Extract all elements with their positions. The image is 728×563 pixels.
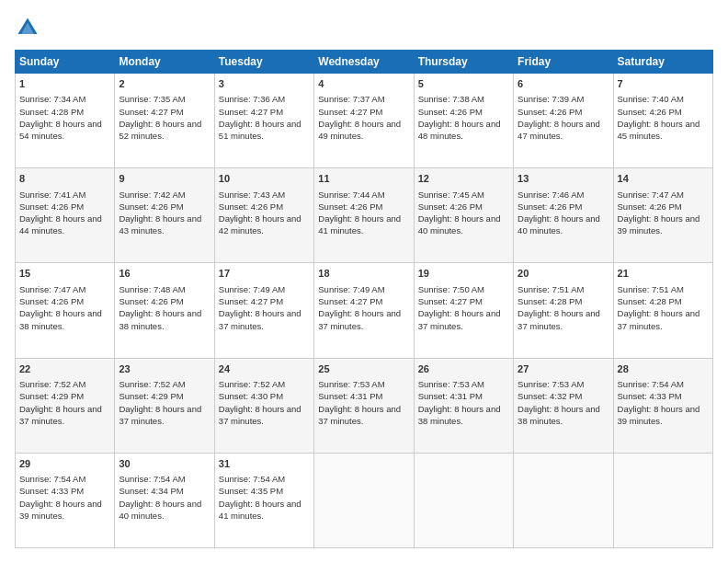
day-number: 25 <box>318 362 409 376</box>
day-number: 18 <box>318 267 409 281</box>
calendar-cell: 21 Sunrise: 7:51 AM Sunset: 4:28 PM Dayl… <box>613 263 712 358</box>
sunrise-label: Sunrise: 7:53 AM <box>518 379 584 389</box>
sunset-label: Sunset: 4:28 PM <box>518 296 582 306</box>
calendar-cell: 22 Sunrise: 7:52 AM Sunset: 4:29 PM Dayl… <box>16 358 115 453</box>
daylight-label: Daylight: 8 hours and 41 minutes. <box>318 213 401 236</box>
sunrise-label: Sunrise: 7:51 AM <box>618 284 684 294</box>
sunset-label: Sunset: 4:31 PM <box>418 391 483 401</box>
day-header-saturday: Saturday <box>613 51 712 74</box>
day-number: 3 <box>219 77 310 91</box>
calendar-cell <box>514 453 613 547</box>
calendar-cell: 20 Sunrise: 7:51 AM Sunset: 4:28 PM Dayl… <box>514 263 613 358</box>
day-number: 9 <box>119 172 210 186</box>
sunset-label: Sunset: 4:26 PM <box>219 201 283 212</box>
sunrise-label: Sunrise: 7:48 AM <box>119 284 185 294</box>
day-header-monday: Monday <box>115 51 214 74</box>
day-number: 14 <box>618 172 709 186</box>
sunset-label: Sunset: 4:35 PM <box>219 486 283 496</box>
sunrise-label: Sunrise: 7:51 AM <box>518 284 584 294</box>
day-number: 6 <box>518 77 609 91</box>
day-number: 28 <box>618 362 709 376</box>
sunset-label: Sunset: 4:27 PM <box>318 296 382 306</box>
calendar-cell: 13 Sunrise: 7:46 AM Sunset: 4:26 PM Dayl… <box>514 168 613 263</box>
day-number: 21 <box>618 267 709 281</box>
sunrise-label: Sunrise: 7:54 AM <box>119 474 185 484</box>
calendar-cell: 10 Sunrise: 7:43 AM Sunset: 4:26 PM Dayl… <box>214 168 313 263</box>
calendar-cell: 7 Sunrise: 7:40 AM Sunset: 4:26 PM Dayli… <box>613 74 712 168</box>
daylight-label: Daylight: 8 hours and 39 minutes. <box>618 404 700 426</box>
sunset-label: Sunset: 4:33 PM <box>19 486 84 496</box>
sunset-label: Sunset: 4:26 PM <box>318 201 382 212</box>
sunset-label: Sunset: 4:26 PM <box>618 107 682 117</box>
page: SundayMondayTuesdayWednesdayThursdayFrid… <box>0 0 728 563</box>
calendar-cell: 15 Sunrise: 7:47 AM Sunset: 4:26 PM Dayl… <box>16 263 115 358</box>
day-number: 4 <box>318 77 409 91</box>
calendar-cell: 31 Sunrise: 7:54 AM Sunset: 4:35 PM Dayl… <box>214 453 313 547</box>
calendar: SundayMondayTuesdayWednesdayThursdayFrid… <box>15 50 713 548</box>
calendar-cell: 14 Sunrise: 7:47 AM Sunset: 4:26 PM Dayl… <box>613 168 712 263</box>
day-number: 10 <box>219 172 310 186</box>
sunset-label: Sunset: 4:33 PM <box>618 391 682 401</box>
day-number: 26 <box>418 362 509 376</box>
sunset-label: Sunset: 4:27 PM <box>219 296 283 306</box>
calendar-cell: 28 Sunrise: 7:54 AM Sunset: 4:33 PM Dayl… <box>613 358 712 453</box>
sunset-label: Sunset: 4:32 PM <box>518 391 582 401</box>
calendar-cell: 16 Sunrise: 7:48 AM Sunset: 4:26 PM Dayl… <box>115 263 214 358</box>
daylight-label: Daylight: 8 hours and 39 minutes. <box>618 213 700 236</box>
sunset-label: Sunset: 4:28 PM <box>618 296 682 306</box>
daylight-label: Daylight: 8 hours and 37 minutes. <box>119 404 201 426</box>
sunrise-label: Sunrise: 7:50 AM <box>418 284 484 294</box>
daylight-label: Daylight: 8 hours and 52 minutes. <box>119 119 201 141</box>
calendar-cell: 18 Sunrise: 7:49 AM Sunset: 4:27 PM Dayl… <box>314 263 414 358</box>
daylight-label: Daylight: 8 hours and 38 minutes. <box>119 308 201 330</box>
calendar-cell <box>314 453 414 547</box>
calendar-cell: 29 Sunrise: 7:54 AM Sunset: 4:33 PM Dayl… <box>16 453 115 547</box>
calendar-cell: 2 Sunrise: 7:35 AM Sunset: 4:27 PM Dayli… <box>115 74 214 168</box>
calendar-cell: 27 Sunrise: 7:53 AM Sunset: 4:32 PM Dayl… <box>514 358 613 453</box>
sunrise-label: Sunrise: 7:35 AM <box>119 94 185 104</box>
daylight-label: Daylight: 8 hours and 40 minutes. <box>518 213 600 236</box>
sunrise-label: Sunrise: 7:38 AM <box>418 94 484 104</box>
sunrise-label: Sunrise: 7:47 AM <box>19 284 85 294</box>
day-number: 24 <box>219 362 310 376</box>
sunrise-label: Sunrise: 7:49 AM <box>318 284 384 294</box>
calendar-cell <box>414 453 513 547</box>
day-number: 20 <box>518 267 609 281</box>
day-number: 5 <box>418 77 509 91</box>
daylight-label: Daylight: 8 hours and 40 minutes. <box>418 213 501 236</box>
sunset-label: Sunset: 4:27 PM <box>219 107 283 117</box>
daylight-label: Daylight: 8 hours and 37 minutes. <box>318 404 401 426</box>
day-number: 15 <box>19 267 110 281</box>
day-header-wednesday: Wednesday <box>314 51 414 74</box>
calendar-cell: 5 Sunrise: 7:38 AM Sunset: 4:26 PM Dayli… <box>414 74 513 168</box>
day-number: 1 <box>19 77 110 91</box>
sunrise-label: Sunrise: 7:43 AM <box>219 190 285 200</box>
daylight-label: Daylight: 8 hours and 37 minutes. <box>219 308 301 330</box>
sunset-label: Sunset: 4:29 PM <box>119 391 183 401</box>
daylight-label: Daylight: 8 hours and 41 minutes. <box>219 499 301 521</box>
day-number: 22 <box>19 362 110 376</box>
sunset-label: Sunset: 4:27 PM <box>418 296 483 306</box>
header <box>15 15 713 40</box>
week-row-2: 8 Sunrise: 7:41 AM Sunset: 4:26 PM Dayli… <box>16 168 713 263</box>
sunset-label: Sunset: 4:26 PM <box>518 201 582 212</box>
calendar-cell: 4 Sunrise: 7:37 AM Sunset: 4:27 PM Dayli… <box>314 74 414 168</box>
calendar-cell: 23 Sunrise: 7:52 AM Sunset: 4:29 PM Dayl… <box>115 358 214 453</box>
sunrise-label: Sunrise: 7:52 AM <box>119 379 185 389</box>
week-row-4: 22 Sunrise: 7:52 AM Sunset: 4:29 PM Dayl… <box>16 358 713 453</box>
day-header-tuesday: Tuesday <box>214 51 313 74</box>
day-number: 13 <box>518 172 609 186</box>
calendar-cell: 3 Sunrise: 7:36 AM Sunset: 4:27 PM Dayli… <box>214 74 313 168</box>
sunrise-label: Sunrise: 7:34 AM <box>19 94 85 104</box>
sunrise-label: Sunrise: 7:41 AM <box>19 190 85 200</box>
day-number: 17 <box>219 267 310 281</box>
day-number: 7 <box>618 77 709 91</box>
day-number: 16 <box>119 267 210 281</box>
sunset-label: Sunset: 4:28 PM <box>19 107 84 117</box>
week-row-1: 1 Sunrise: 7:34 AM Sunset: 4:28 PM Dayli… <box>16 74 713 168</box>
sunset-label: Sunset: 4:31 PM <box>318 391 382 401</box>
logo-icon <box>15 15 40 40</box>
calendar-cell: 11 Sunrise: 7:44 AM Sunset: 4:26 PM Dayl… <box>314 168 414 263</box>
sunset-label: Sunset: 4:34 PM <box>119 486 183 496</box>
daylight-label: Daylight: 8 hours and 54 minutes. <box>19 119 102 141</box>
